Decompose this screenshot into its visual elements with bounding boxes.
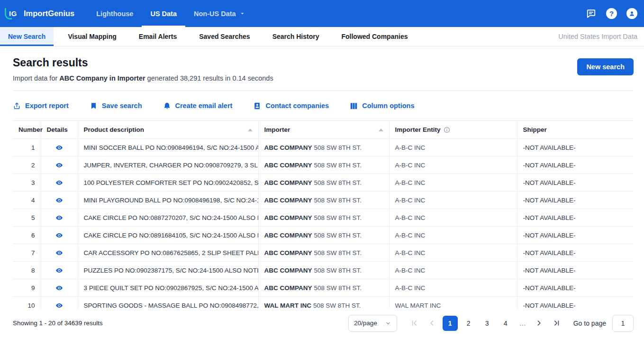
tab-new-search[interactable]: New Search (0, 27, 54, 46)
details-cell (41, 156, 78, 174)
nav-lighthouse[interactable]: Lighthouse (88, 0, 142, 27)
eye-icon[interactable] (54, 179, 64, 186)
shipper-cell: -NOT AVAILABLE- (517, 156, 634, 174)
eye-icon[interactable] (54, 162, 64, 169)
account-icon[interactable] (626, 8, 637, 19)
importer-cell: ABC COMPANY508 SW 8TH ST. (258, 262, 389, 279)
shipper-cell: -NOT AVAILABLE- (517, 227, 634, 244)
logo-text: ImportGenius (24, 9, 74, 18)
details-cell (41, 227, 78, 244)
importer-entity-cell: A-B-C INC (389, 279, 517, 297)
page-button-1[interactable]: 1 (443, 316, 458, 331)
importer-cell: ABC COMPANY508 SW 8TH ST. (258, 139, 389, 156)
product-description-cell: JUMPER, INVERTER, CHARGER PO NO:09087092… (78, 156, 258, 174)
importer-cell: ABC COMPANY508 SW 8TH ST. (258, 209, 389, 227)
chevron-right-icon (535, 319, 544, 328)
table-row: 2 JUMPER, INVERTER, CHARGER PO NO:090870… (13, 156, 634, 174)
importer-address: 508 SW 8TH ST. (314, 267, 362, 274)
header-importer-entity: Importer Entity (389, 121, 517, 139)
importgenius-logo[interactable]: IG ImportGenius (7, 0, 74, 27)
importer-cell: ABC COMPANY508 SW 8TH ST. (258, 244, 389, 262)
shipper-cell: -NOT AVAILABLE- (517, 139, 634, 156)
bookmark-icon (90, 102, 98, 110)
previous-page-button[interactable] (425, 316, 439, 331)
importer-entity-cell: A-B-C INC (389, 227, 517, 244)
contact-companies-button[interactable]: Contact companies (253, 102, 329, 110)
contact-book-icon (253, 102, 261, 110)
details-cell (41, 209, 78, 227)
page-title: Search results (13, 56, 273, 69)
page-button-3[interactable]: 3 (480, 316, 495, 331)
row-number: 10 (13, 297, 41, 309)
last-page-button[interactable] (550, 316, 564, 331)
export-report-button[interactable]: Export report (13, 102, 69, 110)
row-number: 5 (13, 209, 41, 227)
importer-name: ABC COMPANY (264, 249, 312, 256)
header-importer-label: Importer (264, 126, 290, 133)
summary-query: ABC Company in Importer (59, 74, 145, 82)
tab-search-history[interactable]: Search History (264, 27, 327, 46)
row-number: 6 (13, 227, 41, 244)
pagination-ellipsis[interactable]: ... (517, 319, 529, 328)
create-email-alert-label: Create email alert (175, 102, 233, 110)
header-product-description[interactable]: Product description (78, 121, 258, 139)
importer-address: 508 SW 8TH ST. (314, 232, 362, 239)
goto-page-input[interactable] (612, 315, 634, 332)
help-icon[interactable]: ? (606, 8, 617, 19)
tab-saved-searches[interactable]: Saved Searches (191, 27, 258, 46)
page-size-select[interactable]: 20/page (348, 315, 397, 332)
eye-icon[interactable] (54, 284, 64, 292)
actions-toolbar: Export report Save search Create email a… (13, 91, 634, 120)
results-header: Search results Import data for ABC Compa… (13, 46, 634, 82)
product-description-cell: 100 POLYESTER COMFORTER SET PO NO:090242… (78, 174, 258, 192)
eye-icon[interactable] (54, 267, 64, 274)
importer-entity-cell: A-B-C INC (389, 209, 517, 227)
eye-icon[interactable] (54, 232, 64, 239)
header-shipper: Shipper (517, 121, 634, 139)
chat-icon[interactable] (586, 8, 597, 19)
eye-icon[interactable] (54, 144, 64, 151)
importer-name: ABC COMPANY (264, 197, 312, 204)
nav-non-us-data[interactable]: Non-US Data (185, 0, 254, 27)
eye-icon[interactable] (54, 214, 64, 221)
importer-name: WAL MART INC (264, 302, 312, 309)
eye-icon[interactable] (54, 302, 64, 308)
row-number: 4 (13, 192, 41, 209)
importer-address: 508 SW 8TH ST. (314, 214, 362, 221)
shipper-cell: -NOT AVAILABLE- (517, 244, 634, 262)
importer-name: ABC COMPANY (264, 214, 312, 221)
importer-name: ABC COMPANY (264, 232, 312, 239)
columns-icon (350, 102, 358, 110)
sort-up-icon (248, 128, 253, 131)
importer-entity-cell: A-B-C INC (389, 192, 517, 209)
importer-entity-cell: A-B-C INC (389, 139, 517, 156)
nav-us-data[interactable]: US Data (142, 0, 185, 27)
shipper-cell: -NOT AVAILABLE- (517, 174, 634, 192)
pagination-controls: 20/page 1 2 3 4 ... Go to page (348, 315, 634, 332)
row-number: 1 (13, 139, 41, 156)
table-row: 3 100 POLYESTER COMFORTER SET PO NO:0902… (13, 174, 634, 192)
details-cell (41, 139, 78, 156)
tab-email-alerts[interactable]: Email Alerts (131, 27, 185, 46)
new-search-button[interactable]: New search (577, 58, 634, 75)
table-row: 8 PUZZLES PO NO:0902387175, S/C NO:24-15… (13, 262, 634, 279)
info-icon[interactable] (444, 127, 450, 133)
importer-entity-cell: WAL MART INC (389, 297, 517, 309)
secondary-nav: New Search Visual Mapping Email Alerts S… (0, 27, 644, 46)
first-page-button[interactable] (408, 316, 422, 331)
nav-non-us-data-label: Non-US Data (194, 10, 236, 18)
importer-entity-cell: A-B-C INC (389, 156, 517, 174)
eye-icon[interactable] (54, 249, 64, 256)
tab-followed-companies[interactable]: Followed Companies (333, 27, 416, 46)
next-page-button[interactable] (532, 316, 546, 331)
header-importer[interactable]: Importer (258, 121, 389, 139)
page-button-2[interactable]: 2 (461, 316, 476, 331)
save-search-button[interactable]: Save search (90, 102, 142, 110)
create-email-alert-button[interactable]: Create email alert (163, 102, 233, 110)
column-options-button[interactable]: Column options (350, 102, 414, 110)
sort-up-icon (379, 128, 383, 131)
page-button-4[interactable]: 4 (498, 316, 513, 331)
eye-icon[interactable] (54, 197, 64, 204)
tab-visual-mapping[interactable]: Visual Mapping (60, 27, 124, 46)
export-icon (13, 102, 21, 110)
